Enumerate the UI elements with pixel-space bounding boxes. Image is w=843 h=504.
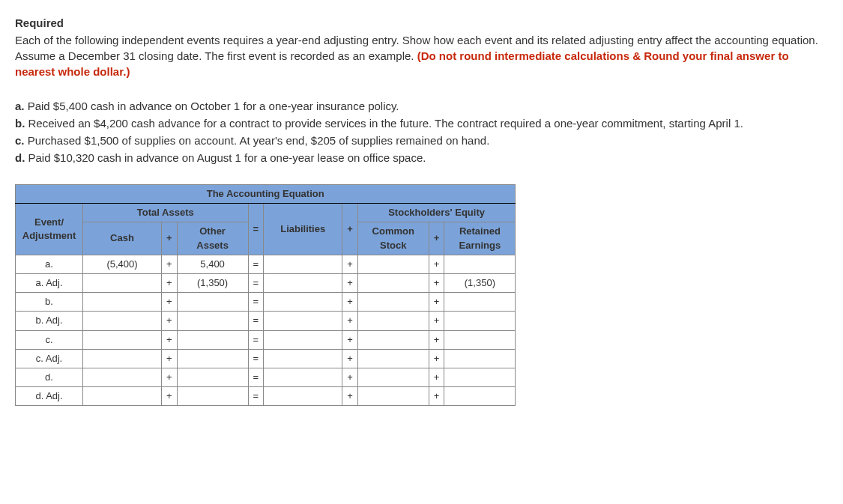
op-plus: + bbox=[429, 255, 444, 273]
op-equals: = bbox=[248, 273, 264, 292]
row-label: c. bbox=[16, 330, 83, 349]
event-letter: d. bbox=[15, 151, 25, 164]
table-row: a. (5,400) + 5,400 = + + bbox=[16, 255, 516, 273]
retained-earnings-cell[interactable]: (1,350) bbox=[444, 273, 516, 292]
op-plus: + bbox=[429, 293, 444, 312]
op-plus-header: + bbox=[342, 204, 358, 255]
cash-input[interactable] bbox=[83, 387, 162, 406]
event-letter: c. bbox=[15, 134, 25, 147]
table-title: The Accounting Equation bbox=[16, 185, 516, 204]
op-plus: + bbox=[342, 330, 358, 349]
op-plus: + bbox=[429, 312, 444, 330]
cash-input[interactable] bbox=[83, 349, 162, 368]
op-equals: = bbox=[248, 387, 264, 406]
event-letter: b. bbox=[15, 117, 25, 130]
table-row: c. Adj. + = + + bbox=[16, 349, 516, 368]
retained-earnings-input[interactable] bbox=[444, 387, 516, 406]
op-plus: + bbox=[342, 255, 358, 273]
col-retained-earnings: Retained Earnings bbox=[444, 222, 516, 255]
cash-input[interactable] bbox=[83, 293, 162, 312]
other-assets-input[interactable] bbox=[177, 293, 248, 312]
op-equals: = bbox=[248, 349, 264, 368]
liabilities-cell[interactable] bbox=[264, 273, 342, 292]
row-label: d. Adj. bbox=[16, 387, 83, 406]
common-stock-input[interactable] bbox=[357, 293, 429, 312]
common-stock-input[interactable] bbox=[357, 387, 429, 406]
liabilities-input[interactable] bbox=[264, 349, 342, 368]
op-plus: + bbox=[162, 349, 178, 368]
other-assets-cell[interactable]: (1,350) bbox=[177, 273, 248, 292]
col-other-assets: Other Assets bbox=[177, 222, 248, 255]
op-plus: + bbox=[342, 312, 358, 330]
common-stock-input[interactable] bbox=[357, 330, 429, 349]
event-letter: a. bbox=[15, 100, 25, 112]
cash-cell[interactable]: (5,400) bbox=[83, 255, 162, 273]
accounting-equation-table: The Accounting Equation Event/ Adjustmen… bbox=[15, 184, 516, 406]
table-row: b. + = + + bbox=[16, 293, 516, 312]
retained-earnings-input[interactable] bbox=[444, 312, 516, 330]
op-plus: + bbox=[429, 368, 444, 386]
op-equals: = bbox=[248, 368, 264, 386]
liabilities-input[interactable] bbox=[264, 330, 342, 349]
liabilities-input[interactable] bbox=[264, 368, 342, 386]
op-plus: + bbox=[162, 312, 178, 330]
table-row: d. Adj. + = + + bbox=[16, 387, 516, 406]
op-plus-header: + bbox=[429, 222, 444, 255]
common-stock-input[interactable] bbox=[357, 368, 429, 386]
other-assets-input[interactable] bbox=[177, 387, 248, 406]
op-equals: = bbox=[248, 312, 264, 330]
cash-input[interactable] bbox=[83, 368, 162, 386]
other-assets-input[interactable] bbox=[177, 312, 248, 330]
retained-earnings-input[interactable] bbox=[444, 368, 516, 386]
cash-cell[interactable] bbox=[83, 273, 162, 292]
op-equals: = bbox=[248, 255, 264, 273]
cash-input[interactable] bbox=[83, 330, 162, 349]
op-plus: + bbox=[342, 349, 358, 368]
other-assets-input[interactable] bbox=[177, 330, 248, 349]
op-plus: + bbox=[342, 293, 358, 312]
row-label: d. bbox=[16, 368, 83, 386]
op-plus: + bbox=[342, 273, 358, 292]
common-stock-input[interactable] bbox=[357, 312, 429, 330]
table-row: b. Adj. + = + + bbox=[16, 312, 516, 330]
retained-earnings-input[interactable] bbox=[444, 293, 516, 312]
op-plus: + bbox=[342, 368, 358, 386]
liabilities-cell[interactable] bbox=[264, 255, 342, 273]
col-event: Event/ Adjustment bbox=[16, 204, 83, 255]
op-plus: + bbox=[429, 349, 444, 368]
common-stock-cell[interactable] bbox=[357, 273, 429, 292]
event-text: Paid $5,400 cash in advance on October 1… bbox=[25, 100, 399, 112]
op-plus: + bbox=[162, 293, 178, 312]
common-stock-input[interactable] bbox=[357, 349, 429, 368]
op-plus: + bbox=[162, 255, 178, 273]
other-assets-input[interactable] bbox=[177, 349, 248, 368]
event-b: b. Received an $4,200 cash advance for a… bbox=[15, 115, 828, 131]
col-stockholders-equity: Stockholders' Equity bbox=[357, 204, 516, 222]
retained-earnings-cell[interactable] bbox=[444, 255, 516, 273]
other-assets-cell[interactable]: 5,400 bbox=[177, 255, 248, 273]
event-c: c. Purchased $1,500 of supplies on accou… bbox=[15, 133, 828, 148]
common-stock-cell[interactable] bbox=[357, 255, 429, 273]
retained-earnings-input[interactable] bbox=[444, 330, 516, 349]
cash-input[interactable] bbox=[83, 312, 162, 330]
liabilities-input[interactable] bbox=[264, 387, 342, 406]
retained-earnings-input[interactable] bbox=[444, 349, 516, 368]
table-row: a. Adj. + (1,350) = + + (1,350) bbox=[16, 273, 516, 292]
op-plus: + bbox=[342, 387, 358, 406]
op-plus: + bbox=[429, 330, 444, 349]
event-text: Purchased $1,500 of supplies on account.… bbox=[25, 134, 490, 147]
op-equals: = bbox=[248, 330, 264, 349]
instructions-text: Each of the following independent events… bbox=[15, 32, 828, 79]
op-plus: + bbox=[429, 273, 444, 292]
event-text: Paid $10,320 cash in advance on August 1… bbox=[25, 151, 426, 164]
op-equals: = bbox=[248, 293, 264, 312]
op-equals-header: = bbox=[248, 204, 264, 255]
event-a: a. Paid $5,400 cash in advance on Octobe… bbox=[15, 98, 828, 114]
table-row: c. + = + + bbox=[16, 330, 516, 349]
col-cash: Cash bbox=[83, 222, 162, 255]
other-assets-input[interactable] bbox=[177, 368, 248, 386]
liabilities-input[interactable] bbox=[264, 293, 342, 312]
op-plus: + bbox=[162, 387, 178, 406]
col-total-assets: Total Assets bbox=[83, 204, 249, 222]
liabilities-input[interactable] bbox=[264, 312, 342, 330]
